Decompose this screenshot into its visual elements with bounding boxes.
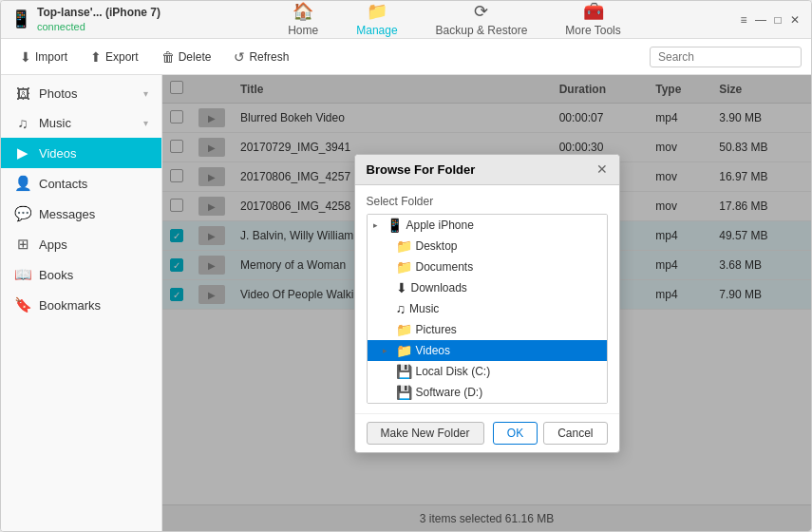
sidebar-item-contacts[interactable]: 👤 Contacts (1, 168, 161, 199)
photos-icon: 🖼 (14, 86, 31, 102)
tree-item-apple_iphone[interactable]: ▸ 📱 Apple iPhone (368, 215, 607, 236)
new-folder-button[interactable]: Make New Folder (367, 422, 484, 445)
close-button[interactable]: ✕ (788, 13, 802, 27)
tab-manage[interactable]: 📁 Manage (337, 0, 416, 43)
videos-icon: ▶ (14, 144, 31, 162)
import-icon: ⬇ (20, 49, 31, 65)
modal-header: Browse For Folder ✕ (355, 155, 619, 185)
sidebar-item-music[interactable]: ♫ Music ▾ (1, 108, 161, 138)
phone-icon: 📱 (10, 9, 31, 29)
modal-footer: Make New Folder OK Cancel (355, 413, 619, 452)
chevron-down-icon: ▾ (143, 88, 148, 99)
home-icon: 🏠 (293, 1, 313, 22)
tree-item-label: Documents (416, 260, 474, 274)
tree-item-documents_e[interactable]: 💾 Documents (E:) (368, 403, 607, 404)
tree-folder-icon: 📁 (396, 343, 412, 358)
chevron-down-icon: ▾ (143, 118, 148, 128)
tree-item-videos[interactable]: ▸ 📁 Videos (368, 340, 607, 361)
cancel-button[interactable]: Cancel (543, 422, 607, 445)
toolbar: ⬇ Import ⬆ Export 🗑 Delete ↺ Refresh (1, 39, 811, 75)
tab-tools[interactable]: 🧰 More Tools (546, 0, 639, 43)
sidebar-item-bookmarks[interactable]: 🔖 Bookmarks (1, 290, 161, 320)
tree-folder-icon: 📁 (396, 259, 412, 275)
tree-item-label: Local Disk (C:) (416, 365, 491, 378)
tree-folder-icon: 📁 (396, 322, 412, 337)
tree-item-music[interactable]: ♫ Music (368, 298, 607, 319)
tree-folder-icon: 📁 (396, 238, 412, 254)
device-status: connected (37, 20, 161, 33)
app-window: 📱 Top-lanse'... (iPhone 7) connected 🏠 H… (0, 0, 812, 532)
tree-item-software_d[interactable]: 💾 Software (D:) (368, 382, 607, 403)
delete-button[interactable]: 🗑 Delete (152, 46, 221, 68)
tab-backup-label: Backup & Restore (436, 24, 528, 37)
tree-item-desktop[interactable]: 📁 Desktop (368, 236, 607, 256)
tools-icon: 🧰 (583, 1, 604, 22)
tab-backup[interactable]: ⟳ Backup & Restore (417, 0, 547, 43)
tree-item-label: Software (D:) (416, 386, 483, 399)
tree-item-label: Music (409, 302, 439, 315)
tree-item-documents[interactable]: 📁 Documents (368, 256, 607, 277)
tree-item-label: Downloads (411, 281, 467, 294)
tab-tools-label: More Tools (565, 24, 620, 37)
import-button[interactable]: ⬇ Import (10, 46, 77, 68)
sidebar-item-messages[interactable]: 💬 Messages (1, 199, 161, 229)
apps-icon: ⊞ (14, 236, 31, 253)
refresh-button[interactable]: ↺ Refresh (224, 46, 298, 68)
messages-icon: 💬 (14, 205, 31, 222)
hamburger-button[interactable]: ≡ (737, 13, 750, 27)
window-controls: ≡ — □ ✕ (737, 13, 802, 27)
select-folder-label: Select Folder (367, 195, 608, 208)
modal-title: Browse For Folder (367, 162, 476, 177)
tab-home[interactable]: 🏠 Home (269, 0, 337, 43)
modal-body: Select Folder ▸ 📱 Apple iPhone 📁 Desktop… (355, 185, 619, 413)
tree-chevron-icon: ▸ (383, 346, 392, 355)
tree-item-label: Pictures (416, 323, 457, 336)
tree-item-downloads[interactable]: ⬇ Downloads (368, 277, 607, 298)
modal-overlay: Browse For Folder ✕ Select Folder ▸ 📱 Ap… (162, 75, 811, 531)
music-icon: ♫ (14, 115, 31, 131)
backup-icon: ⟳ (474, 1, 488, 22)
nav-tabs: 🏠 Home 📁 Manage ⟳ Backup & Restore 🧰 Mor… (172, 0, 737, 43)
tab-home-label: Home (288, 24, 318, 37)
modal-close-button[interactable]: ✕ (596, 162, 608, 176)
device-info: 📱 Top-lanse'... (iPhone 7) connected (10, 6, 172, 34)
tree-folder-icon: 💾 (396, 364, 412, 379)
delete-icon: 🗑 (161, 49, 175, 65)
contacts-icon: 👤 (14, 175, 31, 192)
bookmarks-icon: 🔖 (14, 296, 31, 314)
title-bar: 📱 Top-lanse'... (iPhone 7) connected 🏠 H… (1, 1, 811, 39)
tree-folder-icon: ⬇ (396, 280, 407, 295)
tree-chevron-icon: ▸ (373, 220, 383, 230)
maximize-button[interactable]: □ (771, 13, 784, 27)
main-content: 🖼 Photos ▾ ♫ Music ▾ ▶ Videos 👤 Contacts… (1, 75, 811, 531)
manage-icon: 📁 (367, 1, 387, 22)
sidebar-item-apps[interactable]: ⊞ Apps (1, 229, 161, 259)
books-icon: 📖 (14, 266, 31, 283)
sidebar: 🖼 Photos ▾ ♫ Music ▾ ▶ Videos 👤 Contacts… (1, 75, 162, 531)
tree-folder-icon: 💾 (396, 385, 412, 400)
device-name: Top-lanse'... (iPhone 7) (37, 6, 161, 21)
folder-tree[interactable]: ▸ 📱 Apple iPhone 📁 Desktop 📁 Documents ⬇… (367, 214, 608, 404)
sidebar-item-videos[interactable]: ▶ Videos (1, 138, 161, 168)
sidebar-item-books[interactable]: 📖 Books (1, 259, 161, 290)
minimize-button[interactable]: — (754, 13, 767, 27)
refresh-icon: ↺ (234, 49, 245, 65)
tree-item-pictures[interactable]: 📁 Pictures (368, 319, 607, 340)
export-button[interactable]: ⬆ Export (81, 46, 148, 68)
sidebar-item-photos[interactable]: 🖼 Photos ▾ (1, 79, 161, 108)
export-icon: ⬆ (90, 49, 102, 65)
tree-item-label: Videos (416, 344, 450, 357)
ok-button[interactable]: OK (493, 422, 538, 445)
tab-manage-label: Manage (356, 24, 397, 37)
search-input[interactable] (650, 47, 802, 67)
tree-item-local_disk_c[interactable]: 💾 Local Disk (C:) (368, 361, 607, 382)
tree-folder-icon: 📱 (387, 218, 403, 233)
tree-item-label: Apple iPhone (406, 218, 474, 232)
content-area: Title Duration Type Size ▶ Blurred Bokeh… (162, 75, 811, 531)
browse-folder-dialog: Browse For Folder ✕ Select Folder ▸ 📱 Ap… (354, 154, 620, 453)
tree-item-label: Desktop (416, 239, 458, 253)
tree-folder-icon: ♫ (396, 301, 406, 316)
